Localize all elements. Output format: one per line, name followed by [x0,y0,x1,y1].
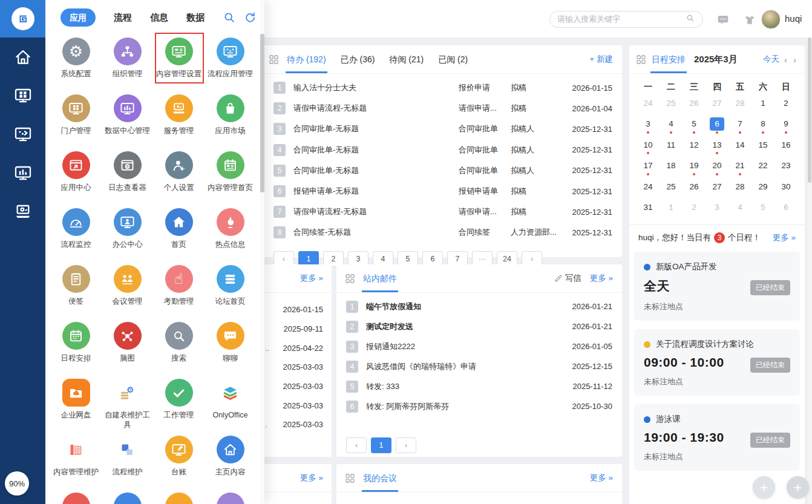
launcher-app-服务管理[interactable]: 服务管理 [153,91,205,148]
message-icon[interactable] [716,14,730,26]
launcher-app-个人设置[interactable]: 个人设置 [153,148,205,205]
tab-mail[interactable]: 站内邮件 [363,264,397,292]
launcher-app-应用市场[interactable]: 应用市场 [205,91,256,148]
drag-grid-icon[interactable] [269,55,278,64]
calendar-day-28[interactable]: 28 [729,94,751,116]
launcher-app-首页[interactable]: 首页 [153,205,205,261]
todo-tab-待阅 (21)[interactable]: 待阅 (21) [389,45,424,73]
todo-tab-已办 (36)[interactable]: 已办 (36) [341,45,375,73]
calendar-day-21[interactable]: 21 [729,157,751,178]
launcher-app-主页内容[interactable]: 主页内容 [205,432,256,489]
calendar-day-7[interactable]: 7 [729,116,751,137]
launcher-app-热点信息[interactable]: 热点信息 [205,205,256,261]
zoom-level-badge[interactable]: 90% [5,471,29,496]
calendar-day-8[interactable]: 8 [751,116,774,137]
sidebar-item-service-laptop[interactable] [0,198,45,225]
calendar-day-24[interactable]: 24 [637,178,660,199]
launcher-tab-信息[interactable]: 信息 [150,8,168,27]
pager-next[interactable]: › [396,437,416,453]
calendar-day-28[interactable]: 28 [729,178,751,199]
calendar-day-29[interactable]: 29 [751,178,774,199]
launcher-app-partial[interactable] [153,489,205,504]
calendar-day-3[interactable]: 3 [706,199,729,220]
todo-row[interactable]: 5合同审批单-无标题合同审批单拟稿人2025-12-31 [273,160,612,181]
sidebar-item-data-monitor[interactable] [0,160,45,186]
launcher-app-自建表维护工具[interactable]: 自建表维护工具 [102,375,153,432]
add-button-secondary[interactable]: + [753,476,775,499]
calendar-day-13[interactable]: 13 [706,136,729,157]
schedule-card[interactable]: 游泳课19:00 - 19:30已经结束未标注地点 [634,404,800,471]
launcher-tab-应用[interactable]: 应用 [61,8,96,27]
calendar-day-5[interactable]: 5 [683,116,706,137]
launcher-app-组织管理[interactable]: 组织管理 [102,34,153,91]
todo-title[interactable]: 输入法十分士大夫 [293,82,459,93]
mail-row[interactable]: 6转发: 阿斯蒂芬阿斯蒂芬2025-10-30 [346,396,612,416]
calendar-day-30[interactable]: 30 [774,178,797,199]
launcher-tab-数据[interactable]: 数据 [186,8,205,27]
sidebar-item-home[interactable] [0,44,45,70]
launcher-app-办公中心[interactable]: 办公中心 [102,205,153,261]
launcher-app-OnlyOffice[interactable]: OnlyOffice [205,375,256,432]
launcher-app-内容管理首页[interactable]: 内容管理首页 [205,148,256,205]
search-icon[interactable] [686,13,695,25]
launcher-refresh-icon[interactable] [243,11,257,27]
mail-row[interactable]: 5转发: 3332025-11-12 [346,376,612,396]
mail-subject[interactable]: 风波恶借阅《的瑞特瑞特》申请 [366,361,564,372]
todo-title[interactable]: 合同审批单-无标题 [293,123,459,134]
add-button-primary[interactable]: + [787,476,809,499]
mail-row[interactable]: 3报销通知22222026-01-05 [346,336,612,356]
more-link[interactable]: 更多 » [590,473,613,483]
calendar-day-26[interactable]: 26 [683,178,706,199]
mail-subject[interactable]: 测试定时发送 [366,321,564,332]
todo-title[interactable]: 合同审批单-无标题 [293,145,459,155]
launcher-app-聊聊[interactable]: 聊聊 [205,318,256,375]
calendar-day-10[interactable]: 10 [637,136,660,157]
calendar-day-4[interactable]: 4 [729,199,751,220]
launcher-app-搜索[interactable]: 搜索 [153,318,205,375]
calendar-day-31[interactable]: 31 [637,199,660,220]
username[interactable]: huqi [785,13,802,24]
calendar-day-27[interactable]: 27 [706,178,729,199]
calendar-day-5[interactable]: 5 [751,199,774,220]
todo-title[interactable]: 报销申请单-无标题 [293,186,459,197]
calendar-day-23[interactable]: 23 [774,157,797,178]
launcher-search-icon[interactable] [223,11,236,27]
pager-prev[interactable]: ‹ [346,437,367,453]
launcher-app-会议管理[interactable]: 会议管理 [102,261,153,318]
calendar-day-15[interactable]: 15 [751,136,774,157]
mail-subject[interactable]: 转发: 阿斯蒂芬阿斯蒂芬 [366,401,564,412]
calendar-day-1[interactable]: 1 [660,199,683,220]
calendar-day-25[interactable]: 25 [660,178,683,199]
launcher-app-便签[interactable]: 便签 [50,261,102,318]
launcher-app-应用中心[interactable]: 应用中心 [50,148,102,205]
avatar[interactable] [761,10,781,29]
mail-subject[interactable]: 端午节放假通知 [366,301,564,312]
todo-row[interactable]: 8合同续签-无标题合同续签人力资源部...2025-12-31 [273,222,612,243]
tab-my-meetings[interactable]: 我的会议 [363,464,397,492]
calendar-day-6[interactable]: 6 [706,116,729,137]
more-link[interactable]: 更多 » [300,273,323,284]
launcher-app-partial[interactable] [50,489,102,504]
launcher-app-论坛首页[interactable]: 论坛首页 [205,261,256,318]
todo-title[interactable]: 请假申请流程-无标题 [293,206,459,217]
calendar-day-1[interactable]: 1 [751,94,774,116]
calendar-day-9[interactable]: 9 [774,116,797,137]
mail-row[interactable]: 2测试定时发送2026-01-21 [346,316,612,336]
todo-row[interactable]: 1输入法十分士大夫报价申请拟稿2026-01-15 [273,77,612,98]
launcher-app-内容管理维护[interactable]: 内容管理维护 [50,432,102,489]
todo-tab-已阅 (2)[interactable]: 已阅 (2) [438,45,468,73]
todo-title[interactable]: 合同续签-无标题 [293,227,459,238]
app-logo[interactable] [0,0,45,38]
page-scrollbar[interactable] [807,0,812,504]
pager-page-1[interactable]: 1 [371,437,391,453]
calendar-day-16[interactable]: 16 [774,136,797,157]
launcher-tab-流程[interactable]: 流程 [114,8,132,27]
todo-title[interactable]: 请假申请流程-无标题 [293,103,459,114]
more-link[interactable]: 更多 » [590,273,613,284]
more-link[interactable]: 更多 » [300,473,323,483]
calendar-prev-icon[interactable]: ‹ [783,54,788,65]
drag-grid-icon[interactable] [345,274,355,283]
new-item-button[interactable]: + 新建 [589,54,613,65]
calendar-day-2[interactable]: 2 [683,199,706,220]
calendar-day-14[interactable]: 14 [729,136,751,157]
